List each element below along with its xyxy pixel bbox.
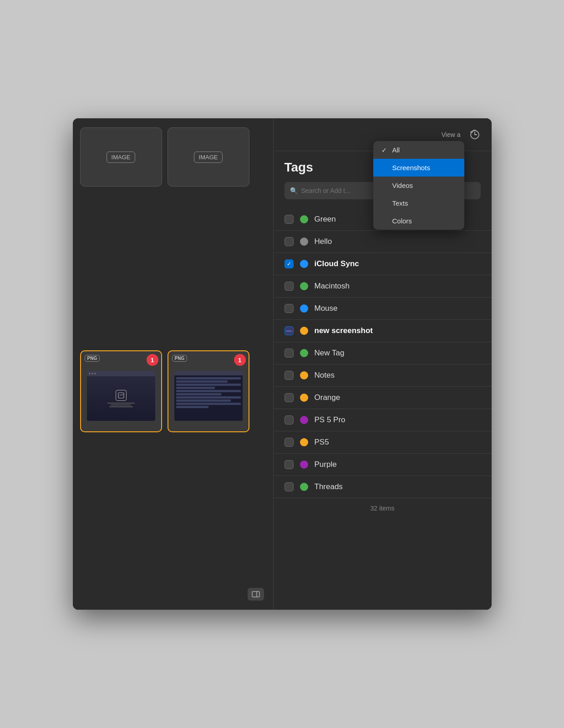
tag-dot-purple: [300, 460, 308, 469]
tag-item-mouse[interactable]: Mouse: [274, 298, 492, 320]
thumb2-row-10: [176, 406, 208, 408]
thumb2-header: [174, 371, 243, 375]
search-icon: 🔍: [290, 187, 298, 194]
dropdown-item-all[interactable]: ✓ All: [373, 141, 464, 159]
thumb2-row-5: [176, 390, 241, 392]
thumb-screen-1: [87, 371, 155, 421]
tag-item-ps5pro[interactable]: PS 5 Pro: [274, 409, 492, 431]
dropdown-label-colors: Colors: [392, 217, 412, 225]
tag-checkbox-macintosh[interactable]: [285, 282, 294, 291]
tag-dot-ps5pro: [300, 416, 308, 424]
check-mark-all: ✓: [381, 147, 389, 154]
tag-dot-hello: [300, 238, 308, 246]
tag-checkbox-green[interactable]: [285, 215, 294, 224]
tag-checkbox-mouse[interactable]: [285, 304, 294, 313]
thumb2-rows: [174, 375, 243, 421]
history-button[interactable]: [467, 127, 483, 142]
tag-dot-macintosh: [300, 282, 308, 290]
tag-name-notes: Notes: [315, 371, 481, 380]
image-placeholder-1: IMAGE: [80, 127, 162, 187]
tag-item-new-tag[interactable]: New Tag: [274, 342, 492, 364]
thumb2-row-1: [176, 377, 241, 379]
tag-checkbox-new-tag[interactable]: [285, 349, 294, 358]
tag-name-purple: Purple: [315, 460, 481, 469]
tag-dot-new-screenshot: [300, 327, 308, 335]
thumb2-row-9: [176, 403, 241, 405]
thumb2-row-3: [176, 384, 241, 386]
count-badge-1: 1: [147, 354, 158, 366]
tag-checkbox-purple[interactable]: [285, 460, 294, 469]
tag-checkbox-new-screenshot[interactable]: —: [285, 326, 294, 335]
tag-name-mouse: Mouse: [315, 304, 481, 313]
png-thumbnails: PNG 1: [80, 350, 266, 432]
tag-checkbox-icloud[interactable]: ✓: [285, 259, 294, 268]
tag-name-new-screenshot: new screenshot: [315, 326, 481, 335]
main-window: IMAGE IMAGE PNG 1: [73, 118, 492, 610]
view-label: View a: [442, 131, 461, 138]
dropdown-item-videos[interactable]: Videos: [373, 177, 464, 194]
tag-checkbox-threads[interactable]: [285, 482, 294, 491]
tag-name-orange: Orange: [315, 393, 481, 402]
image-label-2: IMAGE: [194, 152, 223, 163]
dash-icon-new-screenshot: —: [286, 328, 292, 334]
tag-dot-new-tag: [300, 349, 308, 357]
thumb-dot-2: [91, 373, 93, 374]
tag-name-ps5: PS5: [315, 438, 481, 447]
tag-item-notes[interactable]: Notes: [274, 364, 492, 387]
tag-name-macintosh: Macintosh: [315, 282, 481, 291]
tag-dot-ps5: [300, 438, 308, 446]
png-thumb-2[interactable]: PNG 1: [168, 350, 249, 432]
tag-name-threads: Threads: [315, 482, 481, 491]
tag-name-icloud: iCloud Sync: [315, 259, 481, 268]
tag-dot-threads: [300, 483, 308, 491]
image-grid-top: IMAGE IMAGE: [80, 127, 266, 187]
tag-item-icloud[interactable]: ✓iCloud Sync: [274, 253, 492, 275]
dropdown-item-texts[interactable]: Texts: [373, 194, 464, 212]
right-panel: View a ✓ All Screenshots Videos Texts: [273, 118, 492, 610]
thumb-dot-1: [89, 373, 91, 374]
image-label-1: IMAGE: [107, 152, 136, 163]
tag-checkbox-hello[interactable]: [285, 237, 294, 246]
thumb2-row-2: [176, 380, 228, 383]
thumb-line-3: [109, 406, 133, 407]
image-placeholder-2: IMAGE: [168, 127, 249, 187]
svg-rect-0: [118, 393, 124, 398]
check-icon-icloud: ✓: [287, 261, 291, 267]
png-badge-2: PNG: [172, 355, 188, 362]
tag-item-hello[interactable]: Hello: [274, 231, 492, 253]
tag-item-macintosh[interactable]: Macintosh: [274, 275, 492, 298]
panel-toggle-button[interactable]: [248, 588, 264, 601]
dropdown-menu[interactable]: ✓ All Screenshots Videos Texts Col: [373, 141, 464, 230]
png-thumb-1[interactable]: PNG 1: [80, 350, 162, 432]
tag-dot-icloud: [300, 260, 308, 268]
svg-rect-1: [252, 592, 259, 597]
thumb-text-lines-1: [107, 403, 135, 407]
tag-checkbox-ps5pro[interactable]: [285, 415, 294, 425]
top-bar: View a ✓ All Screenshots Videos Texts: [274, 118, 492, 151]
tag-name-ps5pro: PS 5 Pro: [315, 415, 481, 425]
thumb2-row-4: [176, 387, 215, 389]
tag-dot-green: [300, 215, 308, 223]
thumb-icon-1: [116, 390, 127, 401]
tag-item-orange[interactable]: Orange: [274, 387, 492, 409]
left-panel: IMAGE IMAGE PNG 1: [73, 118, 273, 610]
tag-item-ps5[interactable]: PS5: [274, 431, 492, 454]
tag-checkbox-orange[interactable]: [285, 393, 294, 402]
tag-checkbox-ps5[interactable]: [285, 438, 294, 447]
thumb-dot-3: [94, 373, 96, 374]
thumb-body-1: [87, 376, 155, 421]
tag-item-new-screenshot[interactable]: —new screenshot: [274, 320, 492, 342]
dropdown-label-all: All: [392, 146, 400, 154]
dropdown-item-colors[interactable]: Colors: [373, 212, 464, 230]
tag-dot-notes: [300, 371, 308, 379]
tag-checkbox-notes[interactable]: [285, 371, 294, 380]
dropdown-item-screenshots[interactable]: Screenshots: [373, 159, 464, 177]
tag-item-purple[interactable]: Purple: [274, 454, 492, 476]
panel-bottom: [248, 588, 264, 601]
png-badge-1: PNG: [85, 355, 100, 362]
tag-item-threads[interactable]: Threads: [274, 476, 492, 498]
dropdown-label-videos: Videos: [392, 182, 413, 189]
tag-dot-mouse: [300, 304, 308, 313]
thumb2-row-7: [176, 396, 241, 399]
thumb-line-2: [111, 404, 131, 405]
